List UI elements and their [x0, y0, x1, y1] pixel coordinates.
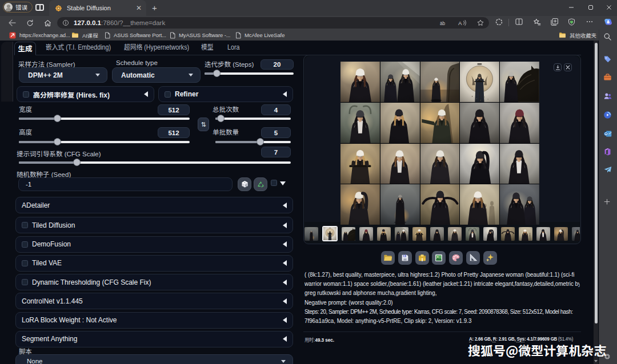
accordion-checkbox[interactable]: [22, 260, 28, 266]
favorite-star-icon[interactable]: [476, 19, 484, 27]
hires-fix-checkbox[interactable]: [23, 91, 29, 98]
script-dropdown[interactable]: None: [15, 354, 293, 364]
refiner-checkbox[interactable]: [165, 91, 171, 98]
sidebar-people-icon[interactable]: [603, 92, 613, 102]
schedule-dropdown[interactable]: Automatic: [112, 67, 201, 83]
browser-essentials-icon[interactable]: [567, 18, 576, 29]
accordion-lora-block-weight-not-active[interactable]: LoRA Block Weight : Not Active: [15, 312, 293, 329]
sidebar-add-icon[interactable]: [603, 197, 613, 207]
steps-slider[interactable]: [205, 72, 294, 75]
gallery-image-19[interactable]: [460, 184, 499, 225]
scrollbar-thumb[interactable]: [595, 43, 598, 323]
gallery-image-7[interactable]: [380, 103, 420, 143]
gallery-image-8[interactable]: [420, 103, 460, 143]
shopping-icon[interactable]: [495, 18, 503, 29]
accordion-tiled-vae[interactable]: Tiled VAE: [15, 255, 293, 272]
gallery-image-14[interactable]: [460, 144, 499, 184]
site-info-icon[interactable]: [62, 19, 69, 26]
width-slider[interactable]: [19, 118, 190, 120]
gallery-image-4[interactable]: [460, 62, 499, 102]
save-zip-button[interactable]: [415, 251, 429, 265]
browser-profile-button[interactable]: 错误: [3, 2, 33, 13]
gallery-thumbnail-1[interactable]: [305, 227, 318, 241]
cfg-slider[interactable]: [19, 161, 291, 164]
collections-icon[interactable]: [550, 18, 559, 29]
window-maximize-button[interactable]: [582, 0, 599, 15]
accordion-tiled-diffusion[interactable]: Tiled Diffusion: [15, 217, 293, 233]
favorites-icon[interactable]: [532, 18, 541, 29]
address-bar[interactable]: 127.0.0.1:7860/?__theme=dark äb A: [57, 17, 489, 29]
gallery-thumbnail-7[interactable]: [412, 227, 426, 241]
accordion-controlnet-v1-1-445[interactable]: ControlNet v1.1.445: [15, 293, 293, 309]
bookmark-item[interactable]: https://exchange.ad...: [9, 30, 70, 40]
bookmark-item[interactable]: MyASUS Software -...: [170, 30, 230, 40]
accordion-checkbox[interactable]: [22, 279, 28, 285]
height-input[interactable]: 512: [158, 127, 190, 138]
gallery-thumbnail-10[interactable]: [466, 227, 479, 241]
gallery-thumbnail-16[interactable]: [572, 227, 580, 241]
cfg-input[interactable]: 7: [261, 147, 291, 157]
gallery-image-18[interactable]: [420, 184, 460, 225]
refresh-icon[interactable]: [25, 18, 35, 28]
reuse-seed-button[interactable]: [254, 177, 267, 191]
bookmark-item[interactable]: AI课程: [71, 30, 98, 40]
accordion-checkbox[interactable]: [22, 241, 28, 248]
gallery-image-9[interactable]: [460, 103, 499, 143]
tab-tiembedding[interactable]: 嵌入式 (T.I. Embedding): [46, 42, 111, 53]
window-close-button[interactable]: [600, 0, 617, 15]
back-icon[interactable]: [7, 18, 17, 28]
send-to-img2img-button[interactable]: [432, 251, 446, 265]
gallery-image-20[interactable]: [500, 184, 539, 225]
sidebar-clipchamp-icon[interactable]: [603, 111, 613, 120]
page-scrollbar[interactable]: [594, 41, 598, 364]
gallery-image-13[interactable]: [420, 144, 460, 184]
gallery-close-button[interactable]: [564, 63, 572, 71]
gallery-download-button[interactable]: [554, 63, 562, 71]
width-input[interactable]: 512: [158, 104, 190, 115]
tab-hypernetworks[interactable]: 超网络 (Hypernetworks): [124, 42, 189, 53]
gallery-image-10[interactable]: [500, 103, 539, 143]
sidebar-m365-icon[interactable]: [603, 147, 613, 157]
gallery-thumbnail-12[interactable]: [501, 227, 515, 241]
gallery-image-16[interactable]: [340, 184, 380, 225]
accordion-checkbox[interactable]: [22, 222, 28, 228]
gallery-thumbnail-14[interactable]: [536, 227, 550, 241]
gallery-image-17[interactable]: [380, 184, 420, 225]
gallery-image-15[interactable]: [500, 144, 539, 184]
workspaces-icon[interactable]: [35, 4, 44, 11]
read-aloud-icon[interactable]: A: [458, 19, 467, 26]
gallery-image-3[interactable]: [420, 62, 460, 102]
gallery-thumbnail-11[interactable]: [483, 227, 497, 241]
send-to-inpaint-button[interactable]: [449, 251, 463, 265]
gallery-thumbnail-5[interactable]: [377, 227, 391, 241]
copilot-icon[interactable]: [603, 17, 614, 30]
sidebar-search-icon[interactable]: [603, 33, 613, 42]
accordion-adetailer[interactable]: ADetailer: [15, 197, 293, 213]
tab-lora[interactable]: Lora: [227, 42, 240, 53]
accordion-demofusion[interactable]: DemoFusion: [15, 236, 293, 253]
bookmark-item[interactable]: ASUS Software Port...: [105, 30, 166, 40]
gallery-thumbnail-8[interactable]: [430, 227, 444, 241]
sidebar-outlook-icon[interactable]: [603, 130, 613, 139]
seed-input[interactable]: -1: [18, 177, 233, 191]
split-screen-icon[interactable]: [515, 18, 523, 28]
height-slider[interactable]: [19, 141, 190, 143]
accordion-segment-anything[interactable]: Segment Anything: [15, 331, 293, 347]
extra-seed-checkbox[interactable]: [271, 180, 277, 186]
scrollbar-down-arrow[interactable]: [594, 359, 598, 363]
browser-tab-stable-diffusion[interactable]: Stable Diffusion ✕: [49, 0, 146, 16]
swap-dimensions-button[interactable]: ⇅: [198, 118, 209, 131]
hires-fix-accordion[interactable]: 高分辨率修复 (Hires. fix): [17, 86, 154, 102]
gallery-image-5[interactable]: [500, 62, 539, 102]
sidebar-drop-icon[interactable]: [603, 165, 613, 175]
batch-count-input[interactable]: 4: [261, 104, 291, 115]
tab-[interactable]: 模型: [201, 42, 214, 53]
gallery-image-1[interactable]: [340, 62, 380, 102]
window-minimize-button[interactable]: [563, 0, 580, 15]
batch-size-input[interactable]: 5: [261, 127, 291, 138]
gallery-thumbnail-3[interactable]: [342, 227, 355, 241]
sampler-dropdown[interactable]: DPM++ 2M: [19, 67, 107, 83]
batch-size-slider[interactable]: [215, 141, 291, 143]
gallery-thumbnail-6[interactable]: [395, 227, 408, 241]
sidebar-shopping-icon[interactable]: [603, 55, 613, 64]
